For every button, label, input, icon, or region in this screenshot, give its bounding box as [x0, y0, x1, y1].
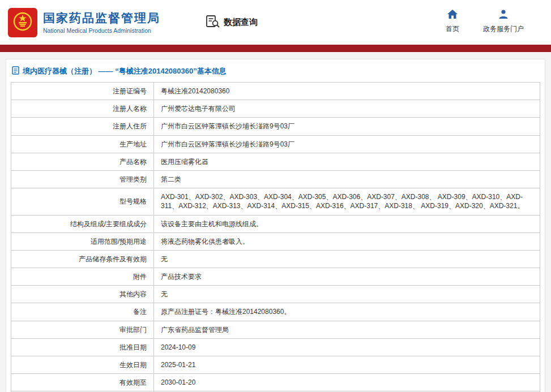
table-row: 审批部门 广东省药品监督管理局: [11, 321, 540, 338]
red-divider-bar: [0, 45, 551, 52]
row-value: 2030-01-20: [154, 374, 540, 391]
table-row: 备注 原产品注册证号：粤械注准20142080360。: [11, 303, 540, 321]
row-label: 审批部门: [11, 321, 154, 338]
row-label: 附件: [11, 268, 154, 286]
table-row: 产品储存条件及有效期 无: [11, 250, 540, 268]
row-label: 批准日期: [11, 338, 154, 356]
row-value: 粤械注准20142080360: [154, 83, 540, 100]
row-value: 无: [154, 286, 540, 303]
table-row: 注册证编号 粤械注准20142080360: [11, 83, 540, 100]
registration-info-table: 注册证编号 粤械注准20142080360 注册人名称 广州爱芯达电子有限公司 …: [11, 82, 540, 392]
row-value: 医用压缩雾化器: [154, 153, 540, 170]
row-value: AXD-301、AXD-302、AXD-303、AXD-304、AXD-305、…: [154, 188, 540, 215]
row-label: 生产地址: [11, 135, 154, 153]
home-icon: [447, 9, 458, 21]
portal-nav[interactable]: 政务服务门户: [483, 9, 524, 34]
data-query-tab[interactable]: 数据查询: [206, 15, 258, 31]
row-value: 第二类: [154, 170, 540, 188]
table-row: 其他内容 无: [11, 286, 540, 303]
nmpa-logo: [8, 8, 37, 37]
table-row: 附件 产品技术要求: [11, 268, 540, 286]
person-icon: [498, 9, 509, 21]
row-label: 产品名称: [11, 153, 154, 170]
row-value: 广州爱芯达电子有限公司: [154, 100, 540, 118]
row-value: 无: [154, 250, 540, 268]
portal-label: 政务服务门户: [483, 24, 524, 34]
table-row: 注册人住所 广州市白云区钟落潭镇长沙埔长湴路9号03厂: [11, 118, 540, 135]
data-query-label: 数据查询: [224, 17, 258, 28]
row-label: 有效期至: [11, 374, 154, 391]
home-nav[interactable]: 首页: [446, 9, 459, 34]
table-row: 型号规格 AXD-301、AXD-302、AXD-303、AXD-304、AXD…: [11, 188, 540, 215]
row-label: 适用范围/预期用途: [11, 232, 154, 250]
page-title: 境内医疗器械（注册） —— “粤械注准20142080360”基本信息: [23, 66, 227, 76]
row-label: 注册人名称: [11, 100, 154, 118]
row-label: 产品储存条件及有效期: [11, 250, 154, 268]
row-label: 管理类别: [11, 170, 154, 188]
row-label: 注册人住所: [11, 118, 154, 135]
content-card: 境内医疗器械（注册） —— “粤械注准20142080360”基本信息 注册证编…: [6, 59, 545, 392]
row-value: 广州市白云区钟落潭镇长沙埔长湴路9号03厂: [154, 135, 540, 153]
table-row: 管理类别 第二类: [11, 170, 540, 188]
national-emblem-icon: [11, 10, 34, 35]
row-label: 型号规格: [11, 188, 154, 215]
table-row: 注册人名称 广州爱芯达电子有限公司: [11, 100, 540, 118]
table-row: 生效日期 2025-01-21: [11, 356, 540, 374]
row-label: 生效日期: [11, 356, 154, 374]
table-row: 适用范围/预期用途 将液态药物雾化供患者吸入。: [11, 232, 540, 250]
row-value: 该设备主要由主机和电源线组成。: [154, 215, 540, 232]
row-value: 原产品注册证号：粤械注准20142080360。: [154, 303, 540, 321]
org-name-en: National Medical Products Administration: [43, 27, 160, 34]
table-row: 批准日期 2024-10-09: [11, 338, 540, 356]
page-title-row: 境内医疗器械（注册） —— “粤械注准20142080360”基本信息: [11, 64, 540, 82]
brand-text: 国家药品监督管理局 National Medical Products Admi…: [43, 11, 160, 33]
row-value: 2025-01-21: [154, 356, 540, 374]
row-label: 备注: [11, 303, 154, 321]
row-value: 将液态药物雾化供患者吸入。: [154, 232, 540, 250]
table-row: 有效期至 2030-01-20: [11, 374, 540, 391]
table-row: 产品名称 医用压缩雾化器: [11, 153, 540, 170]
org-name-cn: 国家药品监督管理局: [43, 11, 160, 25]
row-label: 结构及组成/主要组成成分: [11, 215, 154, 232]
top-header: 国家药品监督管理局 National Medical Products Admi…: [0, 0, 551, 45]
table-row: 结构及组成/主要组成成分 该设备主要由主机和电源线组成。: [11, 215, 540, 232]
document-icon: [12, 66, 19, 76]
home-label: 首页: [446, 24, 459, 34]
table-row: 生产地址 广州市白云区钟落潭镇长沙埔长湴路9号03厂: [11, 135, 540, 153]
row-value: 广州市白云区钟落潭镇长沙埔长湴路9号03厂: [154, 118, 540, 135]
row-value: 2024-10-09: [154, 338, 540, 356]
row-value: 产品技术要求: [154, 268, 540, 286]
row-label: 其他内容: [11, 286, 154, 303]
doc-magnifier-icon: [206, 15, 220, 31]
row-value: 广东省药品监督管理局: [154, 321, 540, 338]
top-right-nav: 首页 政务服务门户: [446, 9, 524, 34]
row-label: 注册证编号: [11, 83, 154, 100]
